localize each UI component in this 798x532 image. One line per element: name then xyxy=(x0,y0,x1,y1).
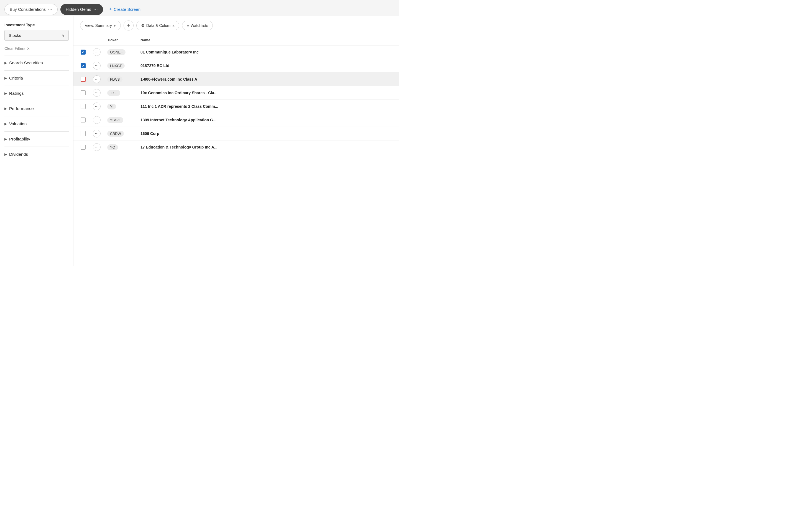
company-name: 10x Genomics Inc Ordinary Shares - Cla..… xyxy=(140,91,217,95)
search-securities-arrow-icon: ▶ xyxy=(4,61,7,65)
toolbar: View: Summary ∨ + ⚙ Data & Columns ≡ Wat… xyxy=(73,16,399,35)
profitability-arrow-icon: ▶ xyxy=(4,137,7,141)
company-name: 1606 Corp xyxy=(140,131,159,136)
table-cell-menu: ⋯ xyxy=(90,73,104,86)
table-row: ⋯YQ17 Education & Technology Group Inc A… xyxy=(73,140,399,154)
ticker-badge: YSGG xyxy=(107,117,123,123)
sidebar-item-valuation-label: Valuation xyxy=(9,121,26,126)
table-header-row: Ticker Name xyxy=(73,35,399,45)
table-cell-menu: ⋯ xyxy=(90,113,104,127)
row-menu-button[interactable]: ⋯ xyxy=(93,48,100,56)
table-cell-checkbox xyxy=(73,113,90,127)
create-screen-button[interactable]: + Create Screen xyxy=(106,4,144,14)
ticker-badge: OONEF xyxy=(107,49,126,55)
row-checkbox[interactable] xyxy=(81,90,86,95)
table-cell-checkbox xyxy=(73,127,90,140)
row-menu-button[interactable]: ⋯ xyxy=(93,130,100,137)
table-cell-ticker: TXG xyxy=(104,86,137,100)
sidebar-item-criteria[interactable]: ▶ Criteria xyxy=(4,71,69,86)
row-menu-button[interactable]: ⋯ xyxy=(93,89,100,97)
tab-hidden-gems-menu-icon[interactable]: ⋯ xyxy=(93,7,98,12)
data-columns-label: Data & Columns xyxy=(146,23,174,28)
sidebar-item-search-securities[interactable]: ▶ Search Securities xyxy=(4,55,69,71)
sidebar-item-performance[interactable]: ▶ Performance xyxy=(4,101,69,116)
col-name: Name xyxy=(137,35,399,45)
create-screen-plus-icon: + xyxy=(109,6,112,12)
tab-buy-considerations[interactable]: Buy Considerations ⋯ xyxy=(4,4,58,15)
company-name: 1-800-Flowers.com Inc Class A xyxy=(140,77,197,81)
sidebar-item-search-securities-label: Search Securities xyxy=(9,60,43,65)
table-cell-checkbox xyxy=(73,140,90,154)
ratings-arrow-icon: ▶ xyxy=(4,92,7,95)
tab-buy-considerations-menu-icon[interactable]: ⋯ xyxy=(48,7,52,12)
watchlists-label: Watchlists xyxy=(191,23,208,28)
sidebar-item-dividends[interactable]: ▶ Dividends xyxy=(4,147,69,162)
company-name: 0187279 BC Ltd xyxy=(140,63,169,68)
dividends-arrow-icon: ▶ xyxy=(4,152,7,156)
table-cell-name: 0187279 BC Ltd xyxy=(137,59,399,73)
sidebar-item-profitability-label: Profitability xyxy=(9,137,30,141)
sidebar-item-criteria-label: Criteria xyxy=(9,76,23,81)
ticker-badge: LNXGF xyxy=(107,63,125,69)
clear-filters-label: Clear Filters xyxy=(4,46,25,51)
table-row: ⋯OONEF01 Communique Laboratory Inc xyxy=(73,45,399,59)
table-cell-ticker: YSGG xyxy=(104,113,137,127)
table-cell-name: 01 Communique Laboratory Inc xyxy=(137,45,399,59)
table-cell-ticker: CBDW xyxy=(104,127,137,140)
table-cell-menu: ⋯ xyxy=(90,59,104,73)
table-row: ⋯LNXGF0187279 BC Ltd xyxy=(73,59,399,73)
col-menu xyxy=(90,35,104,45)
view-summary-chevron-icon: ∨ xyxy=(114,23,116,27)
watchlists-button[interactable]: ≡ Watchlists xyxy=(182,21,213,30)
ticker-badge: YI xyxy=(107,103,116,110)
valuation-arrow-icon: ▶ xyxy=(4,122,7,126)
row-menu-button[interactable]: ⋯ xyxy=(93,116,100,124)
row-checkbox[interactable] xyxy=(81,63,86,68)
table-cell-checkbox xyxy=(73,100,90,113)
criteria-arrow-icon: ▶ xyxy=(4,76,7,80)
sidebar-item-valuation[interactable]: ▶ Valuation xyxy=(4,116,69,132)
ticker-badge: TXG xyxy=(107,90,120,96)
clear-filters-button[interactable]: Clear Filters ✕ xyxy=(4,46,69,51)
table-cell-name: 111 Inc 1 ADR represents 2 Class Comm... xyxy=(137,100,399,113)
table-row: ⋯FLWS1-800-Flowers.com Inc Class A xyxy=(73,73,399,86)
table-row: ⋯CBDW1606 Corp xyxy=(73,127,399,140)
row-checkbox[interactable] xyxy=(81,145,86,150)
table-cell-menu: ⋯ xyxy=(90,127,104,140)
row-menu-button[interactable]: ⋯ xyxy=(93,62,100,70)
add-view-button[interactable]: + xyxy=(124,20,134,31)
row-menu-button[interactable]: ⋯ xyxy=(93,102,100,110)
view-summary-label: View: Summary xyxy=(85,23,112,28)
content-area: View: Summary ∨ + ⚙ Data & Columns ≡ Wat… xyxy=(73,16,399,266)
table-cell-menu: ⋯ xyxy=(90,86,104,100)
table-cell-ticker: YQ xyxy=(104,140,137,154)
main-layout: Investment Type Stocks ∨ Clear Filters ✕… xyxy=(0,16,399,266)
sidebar-item-profitability[interactable]: ▶ Profitability xyxy=(4,132,69,147)
row-checkbox[interactable] xyxy=(81,131,86,136)
data-columns-button[interactable]: ⚙ Data & Columns xyxy=(136,21,179,30)
company-name: 111 Inc 1 ADR represents 2 Class Comm... xyxy=(140,104,218,109)
table-row: ⋯TXG10x Genomics Inc Ordinary Shares - C… xyxy=(73,86,399,100)
row-checkbox[interactable] xyxy=(81,77,86,82)
row-checkbox[interactable] xyxy=(81,50,86,55)
tab-hidden-gems[interactable]: Hidden Gems ⋯ xyxy=(60,4,103,15)
tab-buy-considerations-label: Buy Considerations xyxy=(10,7,46,12)
sidebar-item-ratings[interactable]: ▶ Ratings xyxy=(4,86,69,101)
ticker-badge: CBDW xyxy=(107,131,124,137)
row-checkbox[interactable] xyxy=(81,104,86,109)
sidebar-item-ratings-label: Ratings xyxy=(9,91,24,96)
tab-hidden-gems-label: Hidden Gems xyxy=(66,7,91,12)
table-cell-name: 1399 Internet Technology Application G..… xyxy=(137,113,399,127)
ticker-badge: YQ xyxy=(107,144,118,150)
securities-table: Ticker Name ⋯OONEF01 Communique Laborato… xyxy=(73,35,399,154)
row-menu-button[interactable]: ⋯ xyxy=(93,143,100,151)
table-cell-checkbox xyxy=(73,86,90,100)
view-summary-button[interactable]: View: Summary ∨ xyxy=(80,21,121,30)
col-checkbox xyxy=(73,35,90,45)
sidebar: Investment Type Stocks ∨ Clear Filters ✕… xyxy=(0,16,73,266)
table-row: ⋯YSGG1399 Internet Technology Applicatio… xyxy=(73,113,399,127)
row-checkbox[interactable] xyxy=(81,117,86,122)
table-cell-name: 1606 Corp xyxy=(137,127,399,140)
investment-type-select[interactable]: Stocks ∨ xyxy=(4,30,69,41)
row-menu-button[interactable]: ⋯ xyxy=(93,75,100,83)
